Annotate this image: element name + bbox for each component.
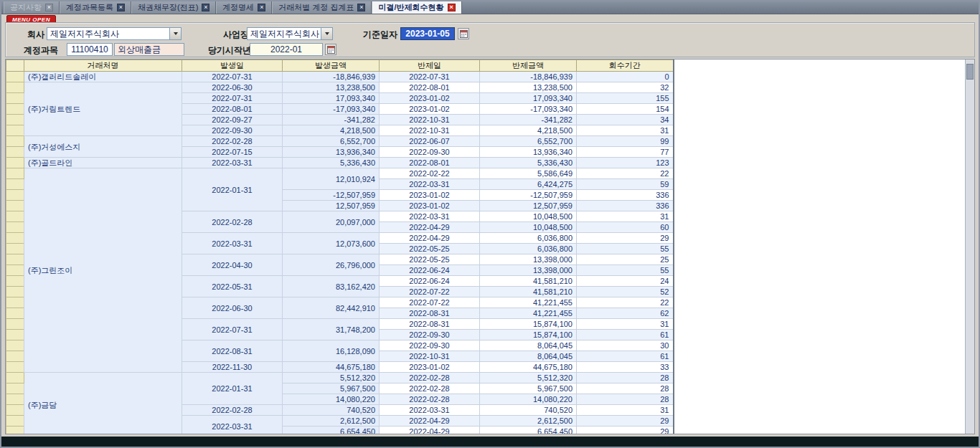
settle-date-cell[interactable]: 2022-04-29 <box>380 416 480 426</box>
occur-amount-cell[interactable]: 31,748,200 <box>283 319 380 340</box>
settle-amount-cell[interactable]: 5,586,649 <box>480 168 577 179</box>
settle-amount-cell[interactable]: 4,218,500 <box>480 125 577 136</box>
settle-date-cell[interactable]: 2022-04-29 <box>380 233 480 244</box>
settle-date-cell[interactable]: 2022-03-31 <box>380 179 480 190</box>
period-cell[interactable]: 31 <box>577 405 674 416</box>
settle-date-cell[interactable]: 2022-07-22 <box>380 297 480 308</box>
occur-date-cell[interactable]: 2022-03-31 <box>182 158 283 168</box>
occur-date-cell[interactable]: 2022-08-31 <box>182 340 283 362</box>
company-select[interactable]: 제일저지주식회사 <box>47 27 182 40</box>
tab-1[interactable]: 공지사항× <box>4 1 60 14</box>
settle-date-cell[interactable]: 2022-02-28 <box>380 383 480 394</box>
period-cell[interactable]: 62 <box>577 308 674 319</box>
occur-amount-cell[interactable]: 16,128,090 <box>283 340 380 362</box>
settle-date-cell[interactable]: 2022-08-31 <box>380 308 480 319</box>
period-start-input[interactable] <box>250 43 323 56</box>
customer-cell[interactable]: (주)거림트렌드 <box>24 82 182 136</box>
customer-cell[interactable]: (주)골드라인 <box>24 158 182 168</box>
occur-amount-cell[interactable]: 6,552,700 <box>283 136 380 147</box>
occur-date-cell[interactable]: 2022-06-30 <box>182 297 283 319</box>
settle-date-cell[interactable]: 2022-04-29 <box>380 222 480 233</box>
occur-date-cell[interactable]: 2022-09-27 <box>182 115 283 125</box>
settle-amount-cell[interactable]: 5,512,320 <box>480 373 577 383</box>
occur-amount-cell[interactable]: 44,675,180 <box>283 362 380 373</box>
row-selector[interactable] <box>6 147 24 158</box>
settle-amount-cell[interactable]: 6,654,450 <box>480 426 577 435</box>
base-date-calendar-icon[interactable] <box>458 28 469 39</box>
settle-date-cell[interactable]: 2022-04-29 <box>380 426 480 435</box>
period-cell[interactable]: 34 <box>577 115 674 125</box>
row-selector[interactable] <box>6 168 24 179</box>
settle-date-cell[interactable]: 2022-07-31 <box>380 72 480 82</box>
col-header-settle-date[interactable]: 반제일 <box>380 60 480 72</box>
settle-date-cell[interactable]: 2022-09-30 <box>380 147 480 158</box>
settle-date-cell[interactable]: 2022-09-30 <box>380 330 480 340</box>
settle-date-cell[interactable]: 2023-01-02 <box>380 104 480 115</box>
period-cell[interactable]: 22 <box>577 297 674 308</box>
period-cell[interactable]: 154 <box>577 104 674 115</box>
period-cell[interactable]: 33 <box>577 362 674 373</box>
settle-amount-cell[interactable]: 44,675,180 <box>480 362 577 373</box>
occur-amount-cell[interactable]: 83,162,420 <box>283 276 380 297</box>
occur-date-cell[interactable]: 2022-06-30 <box>182 82 283 93</box>
settle-amount-cell[interactable]: 2,612,500 <box>480 416 577 426</box>
customer-cell[interactable]: (주)금담 <box>24 373 182 435</box>
period-cell[interactable]: 31 <box>577 319 674 330</box>
tab-close-icon[interactable]: × <box>448 4 456 11</box>
occur-amount-cell[interactable]: -18,846,939 <box>283 72 380 82</box>
settle-date-cell[interactable]: 2022-02-28 <box>380 373 480 383</box>
tab-5[interactable]: 거래처별 계정 집계표× <box>272 1 372 14</box>
row-selector[interactable] <box>6 244 24 254</box>
settle-amount-cell[interactable]: 6,552,700 <box>480 136 577 147</box>
row-selector[interactable] <box>6 330 24 340</box>
settle-date-cell[interactable]: 2022-06-24 <box>380 265 480 276</box>
occur-amount-cell[interactable]: 82,442,910 <box>283 297 380 319</box>
occur-amount-cell[interactable]: 5,967,500 <box>283 383 380 394</box>
occur-amount-cell[interactable]: 13,936,340 <box>283 147 380 158</box>
company-chevron-down-icon[interactable] <box>169 28 181 39</box>
occur-date-cell[interactable]: 2022-04-30 <box>182 254 283 276</box>
site-chevron-down-icon[interactable] <box>321 28 332 39</box>
occur-date-cell[interactable]: 2022-09-30 <box>182 125 283 136</box>
period-cell[interactable]: 55 <box>577 244 674 254</box>
settle-amount-cell[interactable]: 41,221,455 <box>480 308 577 319</box>
settle-amount-cell[interactable]: 13,398,000 <box>480 265 577 276</box>
settle-amount-cell[interactable]: 17,093,340 <box>480 93 577 104</box>
settle-date-cell[interactable]: 2022-10-31 <box>380 115 480 125</box>
occur-amount-cell[interactable]: 14,080,220 <box>283 394 380 405</box>
settle-amount-cell[interactable]: -12,507,959 <box>480 190 577 201</box>
settle-amount-cell[interactable]: 41,221,455 <box>480 297 577 308</box>
row-selector[interactable] <box>6 383 24 394</box>
occur-amount-cell[interactable]: 17,093,340 <box>283 93 380 104</box>
row-selector[interactable] <box>6 297 24 308</box>
occur-amount-cell[interactable]: 20,097,000 <box>283 211 380 233</box>
settle-amount-cell[interactable]: 5,967,500 <box>480 383 577 394</box>
occur-date-cell[interactable]: 2022-03-31 <box>182 416 283 435</box>
occur-amount-cell[interactable]: 5,336,430 <box>283 158 380 168</box>
settle-amount-cell[interactable]: 15,874,100 <box>480 319 577 330</box>
occur-date-cell[interactable]: 2022-02-28 <box>182 136 283 147</box>
settle-amount-cell[interactable]: -17,093,340 <box>480 104 577 115</box>
period-cell[interactable]: 30 <box>577 340 674 351</box>
period-cell[interactable]: 31 <box>577 211 674 222</box>
occur-amount-cell[interactable]: 6,654,450 <box>283 426 380 435</box>
row-selector[interactable] <box>6 416 24 426</box>
scrollbar-thumb[interactable] <box>966 64 974 80</box>
tab-6[interactable]: 미결/반제회수현황× <box>372 1 461 14</box>
settle-date-cell[interactable]: 2022-10-31 <box>380 351 480 362</box>
row-selector[interactable] <box>6 394 24 405</box>
period-cell[interactable]: 29 <box>577 233 674 244</box>
row-selector[interactable] <box>6 104 24 115</box>
period-cell[interactable]: 123 <box>577 158 674 168</box>
period-cell[interactable]: 61 <box>577 351 674 362</box>
row-selector[interactable] <box>6 211 24 222</box>
period-cell[interactable]: 336 <box>577 190 674 201</box>
col-header-settle-amount[interactable]: 반제금액 <box>480 60 577 72</box>
customer-cell[interactable]: (주)그린조이 <box>24 168 182 373</box>
row-selector[interactable] <box>6 179 24 190</box>
period-cell[interactable]: 25 <box>577 254 674 265</box>
period-cell[interactable]: 59 <box>577 179 674 190</box>
customer-cell[interactable]: (주)거성에스지 <box>24 136 182 158</box>
settle-date-cell[interactable]: 2023-01-02 <box>380 201 480 211</box>
settle-amount-cell[interactable]: 12,507,959 <box>480 201 577 211</box>
